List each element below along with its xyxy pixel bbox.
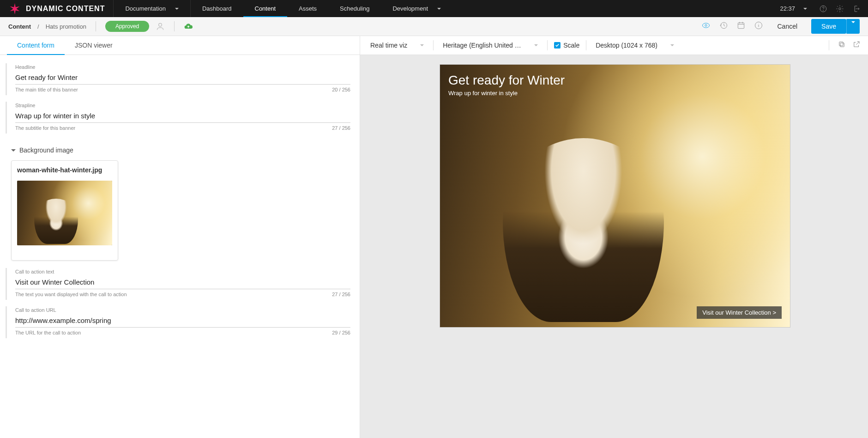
strapline-help: The subtitle for this banner [15, 125, 75, 131]
device-frame: Get ready for Winter Wrap up for winter … [440, 64, 790, 328]
preview-icon[interactable] [701, 21, 711, 32]
field-headline: Headline The main title of this banner 2… [6, 63, 350, 95]
copy-icon[interactable] [838, 40, 846, 50]
viz-mode-dropdown[interactable]: Real time viz [368, 40, 427, 51]
save-button-group: Save [811, 19, 860, 34]
banner-headline: Get ready for Winter [448, 73, 565, 88]
preview-panel: Real time viz Heritage (English United K… [360, 36, 868, 438]
background-image-toggle[interactable]: Background image [11, 144, 350, 157]
svg-point-6 [705, 24, 707, 26]
banner-strapline: Wrap up for winter in style [448, 90, 565, 97]
banner-preview: Get ready for Winter Wrap up for winter … [440, 65, 790, 327]
field-strapline: Strapline The subtitle for this banner 2… [6, 102, 350, 134]
cta-text-input[interactable] [15, 276, 350, 289]
nav-assets[interactable]: Assets [287, 0, 328, 17]
assignee-icon[interactable] [156, 22, 165, 31]
strapline-input[interactable] [15, 110, 350, 123]
brand-text: DYNAMIC CONTENT [26, 5, 105, 13]
cta-url-help: The URL for the call to action [15, 330, 81, 335]
cta-text-label: Call to action text [15, 269, 350, 274]
media-thumbnail [17, 181, 112, 245]
headline-input[interactable] [15, 72, 350, 85]
nav-documentation-label: Documentation [125, 5, 165, 12]
form-body: Headline The main title of this banner 2… [0, 55, 360, 345]
cta-text-help: The text you want displayed with the cal… [15, 292, 127, 297]
cloud-publish-icon[interactable] [184, 22, 193, 31]
svg-rect-11 [839, 42, 843, 46]
header-left: Content / Hats promotion Approved [8, 21, 193, 32]
settings-icon[interactable] [836, 5, 844, 13]
breadcrumb-separator: / [37, 23, 39, 30]
save-button[interactable]: Save [811, 19, 846, 34]
media-card[interactable]: woman-white-hat-winter.jpg [11, 160, 118, 261]
banner-background-image [440, 65, 790, 327]
svg-point-5 [703, 23, 710, 28]
background-image-title: Background image [19, 146, 73, 154]
main-split: Content form JSON viewer Headline The ma… [0, 36, 868, 438]
cancel-button[interactable]: Cancel [772, 19, 803, 34]
field-background-image: Background image woman-white-hat-winter.… [6, 140, 350, 261]
viz-mode-label: Real time viz [370, 42, 407, 49]
nav-dashboard[interactable]: Dashboard [190, 0, 243, 17]
brand-logo-icon [8, 2, 21, 15]
locale-dropdown[interactable]: Heritage (English United Ki… [440, 40, 541, 51]
open-external-icon[interactable] [852, 40, 861, 50]
brand-area: DYNAMIC CONTENT [0, 0, 113, 17]
caret-down-icon[interactable] [803, 8, 807, 10]
caret-down-icon [420, 44, 424, 46]
nav-content[interactable]: Content [243, 0, 288, 17]
header-right: Cancel Save [701, 19, 860, 34]
tab-content-form[interactable]: Content form [7, 36, 65, 55]
info-icon[interactable] [754, 21, 763, 32]
preview-toolbar-right [827, 40, 861, 50]
strapline-counter: 27 / 256 [332, 125, 350, 131]
divider [96, 21, 96, 31]
breadcrumb-root[interactable]: Content [8, 23, 31, 30]
nav-development-label: Development [392, 5, 428, 12]
media-filename: woman-white-hat-winter.jpg [17, 166, 112, 174]
app-root: DYNAMIC CONTENT Documentation Dashboard … [0, 0, 868, 438]
cta-url-help-row: The URL for the call to action 29 / 256 [15, 330, 350, 335]
nav-content-label: Content [255, 5, 276, 12]
caret-down-icon [437, 8, 441, 10]
preview-canvas: Get ready for Winter Wrap up for winter … [360, 55, 868, 438]
nav-scheduling-label: Scheduling [340, 5, 369, 12]
field-cta-text: Call to action text The text you want di… [6, 268, 350, 300]
svg-point-3 [839, 7, 841, 10]
strapline-help-row: The subtitle for this banner 27 / 256 [15, 125, 350, 131]
banner-text-overlay: Get ready for Winter Wrap up for winter … [448, 73, 565, 97]
top-right-tools: 22:37 [780, 0, 868, 17]
help-icon[interactable] [819, 5, 827, 13]
svg-point-2 [823, 10, 824, 11]
clock: 22:37 [780, 5, 795, 12]
divider [547, 40, 548, 50]
cta-url-input[interactable] [15, 315, 350, 328]
history-icon[interactable] [719, 21, 728, 32]
scale-label: Scale [563, 42, 579, 49]
logout-icon[interactable] [852, 5, 861, 13]
divider [829, 40, 829, 50]
divider [586, 40, 586, 50]
cta-url-counter: 29 / 256 [332, 330, 350, 335]
headline-counter: 20 / 256 [332, 87, 350, 92]
nav-assets-label: Assets [299, 5, 317, 12]
caret-down-icon [670, 44, 674, 46]
schedule-icon[interactable] [736, 21, 746, 32]
tab-content-form-label: Content form [17, 42, 54, 49]
device-label: Desktop (1024 x 768) [596, 42, 657, 49]
breadcrumb-item: Hats promotion [46, 23, 86, 30]
save-menu-button[interactable] [846, 19, 860, 34]
status-pill[interactable]: Approved [105, 21, 149, 32]
field-cta-url: Call to action URL The URL for the call … [6, 306, 350, 338]
chevron-down-icon [11, 149, 16, 152]
scale-toggle[interactable]: Scale [554, 42, 579, 49]
nav-documentation[interactable]: Documentation [113, 0, 190, 17]
nav-dashboard-label: Dashboard [202, 5, 232, 12]
nav-scheduling[interactable]: Scheduling [328, 0, 381, 17]
tab-json-viewer[interactable]: JSON viewer [65, 36, 123, 55]
banner-cta[interactable]: Visit our Winter Collection > [697, 306, 782, 319]
headline-help-row: The main title of this banner 20 / 256 [15, 87, 350, 92]
svg-rect-8 [738, 23, 744, 28]
device-dropdown[interactable]: Desktop (1024 x 768) [593, 40, 677, 51]
nav-development[interactable]: Development [381, 0, 452, 17]
